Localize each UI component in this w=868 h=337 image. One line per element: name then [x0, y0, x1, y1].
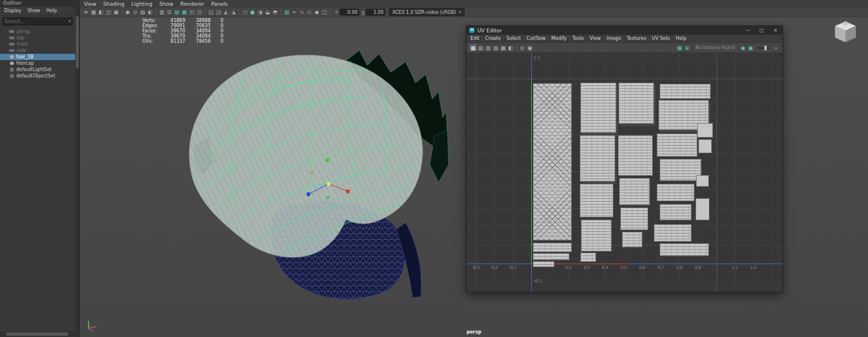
panel-menu-icon[interactable]: ≡ — [82, 9, 90, 16]
uv-editor-window[interactable]: M UV Editor −□× EditCreateSelectCut/SewM… — [466, 25, 783, 292]
uv-grid-icon[interactable]: ▦ — [469, 44, 477, 51]
uv-shell[interactable] — [660, 159, 701, 181]
uv-shell[interactable] — [620, 208, 648, 230]
maya-cube-icon[interactable] — [832, 20, 859, 45]
bookmarks-icon[interactable]: ◐ — [146, 9, 154, 16]
uv-shell[interactable] — [533, 83, 572, 240]
uv-menu-create[interactable]: Create — [486, 36, 501, 41]
uv-shell[interactable] — [580, 184, 613, 217]
outliner-item-side[interactable]: side — [0, 47, 75, 54]
scrollbar-thumb[interactable] — [6, 332, 69, 336]
uv-shell[interactable] — [622, 232, 642, 247]
outliner-item-haircap[interactable]: Haircap — [0, 60, 75, 66]
exposure-field[interactable] — [340, 9, 359, 16]
uv-menu-image[interactable]: Image — [606, 36, 621, 41]
uv-checker-map-icon[interactable]: ▩ — [499, 44, 507, 51]
manipulator-green-handle[interactable] — [326, 158, 330, 162]
uv-shell[interactable] — [581, 220, 612, 251]
outliner-search-input[interactable] — [5, 19, 67, 24]
slider-thumb[interactable] — [764, 46, 767, 50]
uv-shell[interactable] — [533, 261, 554, 267]
manipulator-small-green-handle[interactable] — [327, 197, 330, 199]
safe-action-icon[interactable]: ◭ — [222, 9, 230, 16]
uv-menu-uv-sets[interactable]: UV Sets — [652, 36, 670, 41]
uv-shell[interactable] — [660, 204, 692, 220]
three-pane-layout-icon[interactable]: ◫ — [105, 9, 112, 16]
ao-icon[interactable]: ▧ — [283, 9, 290, 16]
uv-menu-modify[interactable]: Modify — [551, 36, 567, 41]
gamma-field[interactable] — [366, 9, 385, 16]
image-dim-slider[interactable] — [757, 44, 769, 51]
outliner-item-top[interactable]: top — [0, 35, 75, 41]
chevron-down-icon[interactable]: ▾ — [68, 19, 71, 24]
uv-image-options-button[interactable]: ▣ — [746, 44, 754, 51]
uv-image-display-icon[interactable]: ▣ — [526, 44, 534, 51]
select-camera-icon[interactable]: ◉ — [124, 9, 131, 16]
viewport-menu-renderer[interactable]: Renderer — [181, 1, 204, 7]
uv-shaded-uvs-icon[interactable]: ◧ — [507, 44, 514, 51]
shaded-icon[interactable]: ● — [249, 9, 256, 16]
viewport-3d-canvas[interactable] — [175, 49, 453, 303]
toolbar-overflow-icon[interactable]: » — [774, 45, 778, 51]
outliner-vertical-scrollbar[interactable] — [75, 0, 80, 337]
motion-blur-icon[interactable]: ≈ — [290, 9, 298, 16]
gate-mask-icon[interactable]: ◱ — [207, 9, 215, 16]
outliner-item-persp[interactable]: persp — [0, 28, 75, 35]
outliner-item-defaultobjectset[interactable]: defaultObjectSet — [0, 73, 75, 79]
uv-texture-display-toggle[interactable]: ▩ — [676, 44, 683, 51]
uv-update-image-button[interactable]: ◉ — [739, 44, 746, 51]
viewport-menu-view[interactable]: View — [84, 1, 96, 7]
minimize-button[interactable]: − — [741, 26, 755, 35]
uv-shell[interactable] — [696, 175, 709, 187]
uv-shell[interactable] — [657, 134, 697, 157]
uv-menu-edit[interactable]: Edit — [470, 36, 480, 41]
uv-filter-toggle[interactable]: ⊞ — [683, 44, 691, 51]
manipulator-blue-handle[interactable] — [307, 192, 311, 197]
uv-menu-cut-sew[interactable]: Cut/Sew — [527, 36, 546, 41]
uv-menu-view[interactable]: View — [590, 36, 601, 41]
uv-shell[interactable] — [697, 123, 713, 138]
uv-shell[interactable] — [660, 84, 711, 99]
outliner-item-defaultlightset[interactable]: defaultLightSet — [0, 66, 75, 73]
textured-icon[interactable]: ◑ — [256, 9, 264, 16]
uv-shell[interactable] — [696, 198, 709, 220]
four-view-layout-icon[interactable]: ▦ — [90, 9, 97, 16]
shadows-icon[interactable]: ◓ — [271, 9, 279, 16]
manipulator-cyan-handle[interactable] — [340, 169, 343, 173]
outliner-menu-help[interactable]: Help — [46, 8, 57, 13]
grease-pencil-icon[interactable]: ▨ — [173, 9, 181, 16]
outliner-item-hair-18[interactable]: hair_18 — [0, 54, 75, 60]
uv-distortion-icon[interactable]: ▨ — [492, 44, 499, 51]
uv-shell[interactable] — [660, 243, 709, 256]
dof-icon[interactable]: ◇ — [306, 9, 313, 16]
wireframe-icon[interactable]: ○ — [241, 9, 249, 16]
uv-window-titlebar[interactable]: M UV Editor −□× — [466, 26, 782, 35]
manipulator-red-handle[interactable] — [346, 190, 350, 194]
scroll-left-icon[interactable]: ‹ — [0, 332, 5, 336]
manipulator-center-handle[interactable] — [327, 182, 330, 186]
close-button[interactable]: × — [768, 26, 782, 35]
safe-title-icon[interactable]: ◮ — [230, 9, 237, 16]
uv-shell[interactable] — [657, 184, 694, 201]
resolution-gate-icon[interactable]: ◳ — [196, 9, 203, 16]
uv-shell[interactable] — [580, 83, 616, 133]
uv-menu-help[interactable]: Help — [676, 36, 686, 41]
viewport-menu-show[interactable]: Show — [159, 1, 173, 7]
uv-texture-borders-icon[interactable]: ▥ — [484, 44, 492, 51]
outliner-menu-show[interactable]: Show — [28, 8, 41, 13]
uv-shell[interactable] — [533, 253, 569, 260]
uv-pivot-icon[interactable]: ◎ — [518, 44, 526, 51]
lights-icon[interactable]: ◒ — [264, 9, 271, 16]
uv-tile-labels-icon[interactable]: ▤ — [477, 44, 484, 51]
outliner-search[interactable]: ▾ — [2, 17, 73, 25]
uv-shell[interactable] — [580, 253, 596, 262]
uv-menu-tools[interactable]: Tools — [572, 36, 584, 41]
scrollbar-thumb[interactable] — [76, 16, 79, 68]
uv-menu-select[interactable]: Select — [506, 36, 521, 41]
outliner-item-front[interactable]: front — [0, 41, 75, 47]
uv-shell[interactable] — [619, 178, 650, 205]
single-pane-layout-icon[interactable]: ▣ — [112, 9, 120, 16]
two-pane-layout-icon[interactable]: ◧ — [97, 9, 105, 16]
maximize-button[interactable]: □ — [755, 26, 768, 35]
uv-shell[interactable] — [698, 139, 712, 153]
